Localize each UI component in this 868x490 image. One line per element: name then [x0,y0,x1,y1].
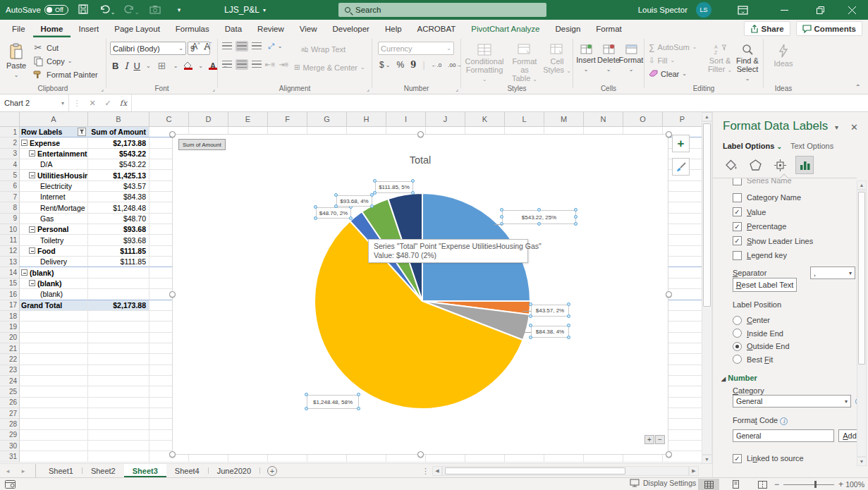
cancel-formula-icon[interactable]: ✕ [85,94,100,111]
currency-format-button[interactable]: $ [379,60,384,70]
chart-selection-handle[interactable] [417,451,424,458]
option-legend-key[interactable]: Legend key [733,250,787,260]
row-header-29[interactable]: 29 [0,430,20,441]
column-header-D[interactable]: D [189,112,228,127]
row-header-3[interactable]: 3 [0,149,20,159]
row-header-18[interactable]: 18 [0,311,20,321]
comments-button[interactable]: Comments [796,21,862,36]
row-header-21[interactable]: 21 [0,343,20,354]
column-header-A[interactable]: A [20,112,88,127]
size-properties-icon[interactable] [771,156,789,174]
tab-view[interactable]: View [292,20,325,37]
redo-button[interactable]: ⌄ [123,4,140,16]
cell-B4[interactable]: $543.22 [88,159,149,170]
cell-B5[interactable]: $1,425.13 [88,170,149,180]
cell-B29[interactable] [88,430,149,441]
expand-field-button[interactable]: + [644,435,654,444]
linked-checkbox[interactable]: ✓ [733,454,742,463]
chart-selection-handle[interactable] [169,291,176,298]
row-header-24[interactable]: 24 [0,376,20,386]
chart-styles-button[interactable] [672,158,690,176]
fill-button[interactable]: ⇩Fill⌄ [649,54,697,67]
bold-button[interactable]: B [112,61,118,71]
collapse-button[interactable] [29,226,35,233]
row-header-14[interactable]: 14 [0,267,20,278]
cell-A4[interactable]: D/A [20,159,88,170]
data-label[interactable]: $1,248.48, 58% [307,395,359,409]
cell-A10[interactable]: Personal [20,224,88,235]
page-layout-view-button[interactable] [725,479,746,490]
cell-B23[interactable] [88,365,149,376]
cell-A6[interactable]: Electricity [20,181,88,192]
cell-B16[interactable] [88,289,149,300]
checkbox[interactable]: ✓ [733,236,742,245]
sort-filter-button[interactable]: AZ Sort &Filter ⌄ [707,40,733,75]
tab-home[interactable]: Home [33,20,71,37]
separator-dropdown[interactable]: ,▾ [810,267,855,279]
cell-B8[interactable]: $1,248.48 [88,202,149,213]
chart-elements-button[interactable]: + [672,135,690,152]
delete-cells-button[interactable]: Delete⌄ [597,40,620,74]
tab-pivotchart-analyze[interactable]: PivotChart Analyze [463,20,547,37]
position-inside-end[interactable]: Inside End [733,329,783,338]
sheet-tab-sheet2[interactable]: Sheet2 [82,464,124,477]
vscroll-track[interactable] [702,121,712,455]
add-format-button[interactable]: Add [838,429,857,442]
radio[interactable] [733,329,742,338]
percent-format-button[interactable]: % [396,60,404,70]
cell-A24[interactable] [20,376,88,386]
pane-close-icon[interactable]: ✕ [850,122,858,133]
column-header-E[interactable]: E [228,112,268,127]
tab-scroll-left-icon[interactable]: ◂ [0,464,16,477]
row-header-2[interactable]: 2 [0,137,20,148]
number-format-combo[interactable]: Currency⌄ [378,42,454,55]
cell-A8[interactable]: Rent/Mortage [20,202,88,213]
number-dialog-launcher[interactable]: ⌟ [456,86,458,92]
cell-B21[interactable] [88,343,149,354]
cell-B20[interactable] [88,333,149,343]
ideas-button[interactable]: Ideas [769,40,797,68]
row-header-10[interactable]: 10 [0,224,20,235]
cell-B19[interactable] [88,321,149,332]
formula-input[interactable] [131,94,868,111]
cell-A15[interactable]: (blank) [20,278,88,289]
cell-B15[interactable] [88,278,149,289]
tab-formulas[interactable]: Formulas [168,20,217,37]
avatar[interactable]: LS [696,0,711,20]
chart-selection-handle[interactable] [666,451,672,458]
cell-B12[interactable]: $111.85 [88,246,149,257]
cell-B25[interactable] [88,386,149,397]
cell-A26[interactable] [20,398,88,408]
cell-B9[interactable]: $48.70 [88,214,149,224]
column-header-H[interactable]: H [347,112,386,127]
cell-B17[interactable]: $2,173.88 [88,300,149,311]
paste-button[interactable]: Paste⌄ [3,39,30,80]
increase-decimal-icon[interactable]: ←.0 [432,62,442,68]
option-show-leader-lines[interactable]: ✓Show Leader Lines [733,236,813,246]
chart-selection-handle[interactable] [417,131,424,137]
cell-B13[interactable]: $111.85 [88,257,149,267]
tab-acrobat[interactable]: ACROBAT [410,20,464,37]
cell-B27[interactable] [88,408,149,419]
checkbox[interactable] [733,251,742,260]
row-header-22[interactable]: 22 [0,354,20,365]
fill-line-icon[interactable] [721,156,740,174]
underline-button[interactable]: U [134,61,140,71]
tab-review[interactable]: Review [250,20,292,37]
tab-file[interactable]: File [4,20,33,37]
save-icon[interactable] [75,4,92,16]
pie-chart[interactable] [173,135,669,455]
row-header-5[interactable]: 5 [0,170,20,180]
orientation-icon[interactable]: ⤢ [268,42,274,51]
cell-B31[interactable] [88,451,149,462]
row-header-30[interactable]: 30 [0,441,20,451]
fill-color-button[interactable] [183,62,192,70]
cell-styles-button[interactable]: CellStyles ⌄ [543,40,571,75]
radio[interactable] [733,355,742,364]
data-label[interactable]: $48.70, 2% [316,207,351,219]
pane-scroll-down-arrow[interactable]: ▼ [857,457,867,466]
sheet-tab-sheet1[interactable]: Sheet1 [40,464,82,477]
label-options-icon[interactable] [795,156,814,174]
hscroll-left-arrow[interactable]: ◀ [432,466,442,476]
format-code-input[interactable]: General [733,429,834,442]
